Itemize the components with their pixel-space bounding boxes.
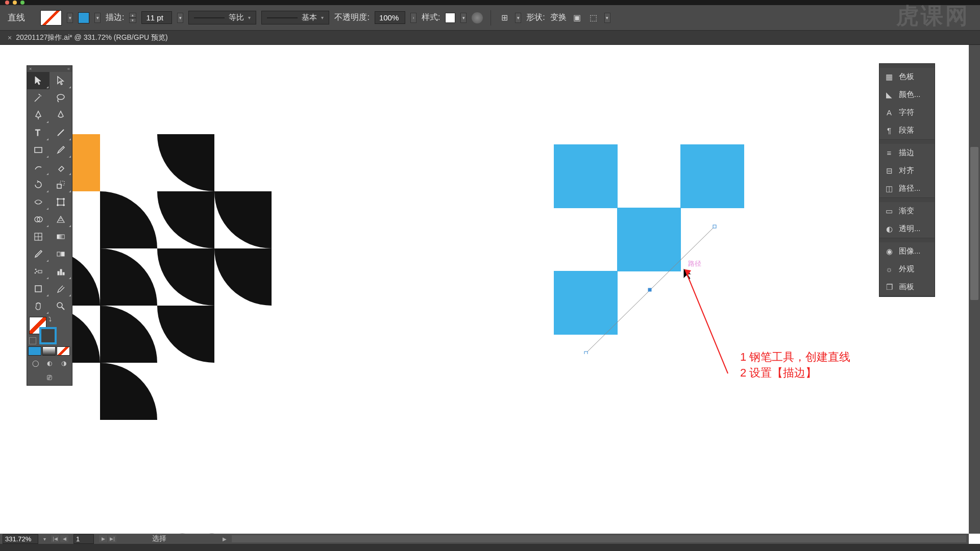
lasso-tool[interactable] — [50, 89, 72, 107]
variable-width-profile[interactable]: 等比▾ — [188, 11, 256, 24]
align-icon[interactable]: ⊞ — [499, 12, 510, 23]
panel-appearance[interactable]: ☼外观 — [879, 260, 935, 278]
graphic-style-dropdown[interactable]: ▾ — [460, 13, 467, 23]
paintbrush-tool[interactable] — [50, 141, 72, 159]
color-icon: ◣ — [885, 90, 894, 99]
gradient-tool[interactable] — [50, 228, 72, 245]
panel-pathfinder[interactable]: ◫路径... — [879, 180, 935, 197]
panel-swatches[interactable]: ▦色板 — [879, 68, 935, 86]
gradient-swatch[interactable] — [42, 346, 56, 356]
artboard-tool[interactable] — [27, 280, 50, 297]
recolor-artwork-icon[interactable] — [472, 12, 483, 23]
svg-marker-5 — [685, 269, 691, 277]
panel-transparency[interactable]: ◐透明... — [879, 220, 935, 238]
selection-tool[interactable] — [27, 72, 50, 89]
minimize-window-icon[interactable] — [13, 1, 17, 5]
zoom-input[interactable] — [3, 534, 38, 544]
maximize-window-icon[interactable] — [20, 1, 24, 5]
graphic-style-swatch[interactable] — [445, 13, 455, 23]
shape-builder-tool[interactable] — [27, 211, 50, 228]
slice-tool[interactable] — [50, 280, 72, 297]
swap-fill-stroke-icon[interactable]: ⤵ — [48, 316, 52, 323]
none-swatch[interactable] — [57, 346, 70, 356]
tools-panel-header[interactable]: ×« — [27, 66, 72, 72]
mesh-tool[interactable] — [27, 228, 50, 245]
svg-rect-22 — [57, 235, 64, 239]
curvature-tool[interactable] — [50, 107, 72, 124]
width-tool[interactable] — [27, 193, 50, 211]
align-dropdown[interactable]: ▾ — [515, 13, 521, 23]
rotate-tool[interactable] — [27, 176, 50, 193]
column-graph-tool[interactable] — [50, 263, 72, 280]
blend-tool[interactable] — [50, 245, 72, 263]
fill-stroke-area[interactable]: ⤵ — [27, 315, 72, 345]
document-tab-bar: × 20201127操作.ai* @ 331.72% (RGB/GPU 预览) — [0, 31, 980, 45]
screen-mode-button[interactable]: ⎚ — [27, 370, 72, 385]
stroke-weight-stepper[interactable]: ▴▾ — [129, 13, 136, 23]
line-segment-tool[interactable] — [50, 124, 72, 141]
document-tab[interactable]: × 20201127操作.ai* @ 331.72% (RGB/GPU 预览) — [3, 31, 173, 44]
close-tab-icon[interactable]: × — [8, 34, 12, 42]
canvas[interactable]: ARTSIGMA D UP 路径 1 钢笔工具，创建直线 2 设置【描边】 — [0, 45, 966, 544]
opacity-dropdown[interactable]: › — [410, 13, 416, 23]
annotation-arrow-icon — [681, 265, 732, 378]
magic-wand-tool[interactable] — [27, 89, 50, 107]
gradient-icon: ▭ — [885, 207, 894, 216]
stroke-color-swatch[interactable] — [39, 327, 57, 344]
symbol-sprayer-tool[interactable] — [27, 263, 50, 280]
last-artboard-icon[interactable]: ▶| — [108, 535, 116, 542]
scale-tool[interactable] — [50, 176, 72, 193]
panel-paragraph[interactable]: ¶段落 — [879, 121, 935, 139]
stroke-weight-dropdown[interactable]: ▾ — [177, 13, 183, 23]
panel-align[interactable]: ⊟对齐 — [879, 162, 935, 180]
prev-artboard-icon[interactable]: ◀ — [60, 535, 68, 542]
draw-inside-icon[interactable]: ◑ — [57, 358, 71, 369]
panel-gradient[interactable]: ▭渐变 — [879, 202, 935, 220]
tools-panel[interactable]: ×« T — [27, 65, 72, 386]
opacity-input[interactable] — [375, 11, 405, 24]
pen-tool[interactable] — [27, 107, 50, 124]
zoom-tool[interactable] — [50, 297, 72, 315]
panel-artboards[interactable]: ❐画板 — [879, 278, 935, 296]
hand-tool[interactable] — [27, 297, 50, 315]
next-artboard-icon[interactable]: ▶ — [99, 535, 107, 542]
window-traffic-lights — [5, 1, 24, 5]
artboard-number-input[interactable] — [74, 534, 94, 544]
workspace: ◀◀ ARTSIGMA D UP — [0, 45, 980, 544]
horizontal-scrollbar[interactable] — [232, 535, 966, 542]
eyedropper-tool[interactable] — [27, 245, 50, 263]
default-fill-stroke-icon[interactable] — [29, 337, 36, 344]
scrollbar-thumb[interactable] — [970, 147, 978, 300]
status-menu-icon[interactable]: ▶ — [223, 536, 227, 542]
perspective-grid-tool[interactable] — [50, 211, 72, 228]
brush-definition[interactable]: 基本▾ — [261, 11, 329, 24]
zoom-dropdown-icon[interactable]: ▾ — [43, 536, 46, 542]
panel-character[interactable]: A字符 — [879, 104, 935, 121]
stroke-dropdown[interactable]: ▾ — [94, 13, 101, 23]
panel-stroke[interactable]: ≡描边 — [879, 144, 935, 162]
draw-behind-icon[interactable]: ◐ — [42, 358, 57, 369]
draw-normal-icon[interactable]: ◯ — [28, 358, 42, 369]
vertical-scrollbar[interactable] — [969, 45, 980, 534]
direct-selection-tool[interactable] — [50, 72, 72, 89]
free-transform-tool[interactable] — [50, 193, 72, 211]
eraser-tool[interactable] — [50, 159, 72, 176]
first-artboard-icon[interactable]: |◀ — [51, 535, 59, 542]
arrange-dropdown[interactable]: ▾ — [604, 13, 610, 23]
panel-image-trace[interactable]: ◉图像... — [879, 242, 935, 260]
type-tool[interactable]: T — [27, 124, 50, 141]
arrange-icon[interactable]: ⬚ — [588, 12, 599, 23]
panel-color[interactable]: ◣颜色... — [879, 86, 935, 104]
stroke-swatch[interactable] — [78, 12, 89, 23]
stroke-weight-input[interactable] — [141, 11, 172, 24]
transform-label[interactable]: 变换 — [550, 12, 567, 23]
close-window-icon[interactable] — [5, 1, 9, 5]
fill-swatch[interactable] — [40, 10, 62, 26]
svg-line-4 — [685, 269, 728, 373]
svg-rect-30 — [60, 269, 62, 275]
color-swatch[interactable] — [28, 346, 41, 356]
fill-dropdown[interactable]: ▾ — [67, 13, 73, 23]
shaper-tool[interactable] — [27, 159, 50, 176]
isolate-icon[interactable]: ▣ — [572, 12, 583, 23]
rectangle-tool[interactable] — [27, 141, 50, 159]
